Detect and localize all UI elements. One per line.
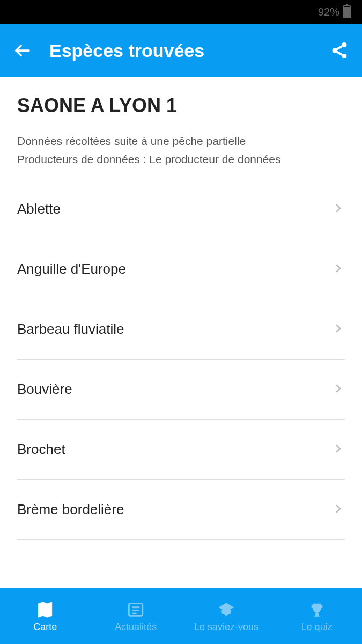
svg-point-1 [342, 42, 347, 47]
app-bar: Espèces trouvées [0, 24, 362, 77]
content-area: SAONE A LYON 1 Données récoltées suite à… [0, 77, 362, 588]
header-section: SAONE A LYON 1 Données récoltées suite à… [0, 77, 362, 179]
list-item[interactable]: Anguille d'Europe [17, 239, 345, 299]
page-title: SAONE A LYON 1 [17, 94, 345, 117]
species-name: Brochet [17, 441, 65, 458]
nav-item-actualites[interactable]: Actualités [91, 600, 181, 633]
subtitle-line-2: Producteurs de données : Le producteur d… [17, 150, 345, 169]
list-item[interactable]: Ablette [17, 179, 345, 239]
chevron-right-icon [332, 262, 345, 277]
species-name: Brème bordelière [17, 501, 124, 518]
bottom-nav: Carte Actualités Le saviez-vous Le quiz [0, 588, 362, 644]
list-item[interactable]: Barbeau fluviatile [17, 299, 345, 360]
species-name: Anguille d'Europe [17, 261, 126, 277]
species-list: Ablette Anguille d'Europe Barbeau fluvia… [0, 179, 362, 540]
status-bar: 92% [0, 0, 362, 24]
svg-point-3 [342, 54, 347, 58]
species-name: Bouvière [17, 381, 72, 398]
battery-percent: 92% [318, 6, 339, 18]
list-item[interactable]: Brème bordelière [17, 480, 345, 540]
list-item[interactable]: Bouvière [17, 360, 345, 420]
battery-icon [343, 5, 351, 18]
back-button[interactable] [13, 41, 32, 60]
chevron-right-icon [332, 202, 345, 217]
svg-point-2 [333, 48, 337, 53]
nav-item-carte[interactable]: Carte [0, 600, 91, 633]
nav-label: Le saviez-vous [194, 621, 258, 633]
nav-label: Carte [33, 621, 57, 633]
trophy-icon [308, 600, 326, 619]
share-button[interactable] [330, 41, 349, 60]
list-item[interactable]: Brochet [17, 420, 345, 480]
nav-item-quiz[interactable]: Le quiz [271, 600, 362, 633]
nav-item-saviez-vous[interactable]: Le saviez-vous [181, 600, 272, 633]
subtitle-line-1: Données récoltées suite à une pêche part… [17, 132, 345, 150]
nav-label: Actualités [115, 621, 157, 633]
species-name: Ablette [17, 201, 61, 217]
app-bar-title: Espèces trouvées [49, 40, 313, 61]
map-icon [36, 600, 54, 619]
newspaper-icon [127, 600, 145, 619]
chevron-right-icon [332, 502, 345, 517]
chevron-right-icon [332, 382, 345, 397]
graduation-cap-icon [217, 600, 235, 619]
species-name: Barbeau fluviatile [17, 321, 124, 338]
chevron-right-icon [332, 322, 345, 337]
chevron-right-icon [332, 442, 345, 457]
nav-label: Le quiz [301, 621, 333, 633]
